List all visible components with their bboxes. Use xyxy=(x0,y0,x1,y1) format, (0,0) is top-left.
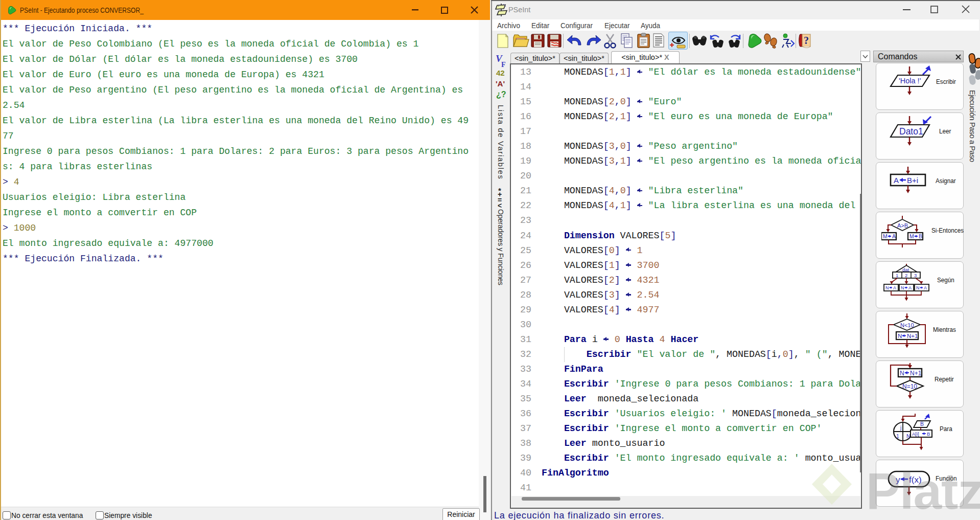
svg-text:'Hola !': 'Hola !' xyxy=(899,77,921,85)
svg-text:N+1: N+1 xyxy=(910,370,922,377)
svg-text:j: j xyxy=(900,424,901,431)
svg-text:?: ? xyxy=(804,35,809,46)
svg-text:A: A xyxy=(924,285,927,290)
svg-text:M: M xyxy=(883,233,888,239)
svg-text:1: 1 xyxy=(896,273,898,278)
svg-text:A: A xyxy=(908,285,912,290)
svg-text:N: N xyxy=(901,285,904,290)
svg-text:A: A xyxy=(894,176,899,185)
svg-text:N: N xyxy=(898,333,902,339)
svg-text:N: N xyxy=(900,370,904,377)
svg-text:A[i]: A[i] xyxy=(912,431,919,437)
svg-text:Dato1: Dato1 xyxy=(899,126,923,137)
svg-text:B: B xyxy=(919,233,922,239)
svg-text:F: F xyxy=(501,61,506,69)
svg-text:2: 2 xyxy=(905,273,907,278)
svg-text:A: A xyxy=(892,233,896,239)
svg-text:A>B: A>B xyxy=(897,222,908,229)
svg-text:B: B xyxy=(920,421,924,427)
svg-text:A: A xyxy=(893,285,896,290)
svg-text:N: N xyxy=(916,285,920,290)
svg-text:N+1: N+1 xyxy=(907,333,918,339)
svg-text:B: B xyxy=(927,431,930,437)
svg-text:3: 3 xyxy=(914,273,917,278)
svg-text:N=10: N=10 xyxy=(902,383,917,390)
svg-text:M: M xyxy=(909,233,914,239)
svg-text:N<10: N<10 xyxy=(900,322,914,328)
svg-text:dat: dat xyxy=(902,267,909,273)
svg-text:1: 1 xyxy=(896,433,899,439)
svg-text:N: N xyxy=(906,433,911,439)
svg-text:N: N xyxy=(885,285,889,290)
svg-text:B+i: B+i xyxy=(907,176,918,185)
